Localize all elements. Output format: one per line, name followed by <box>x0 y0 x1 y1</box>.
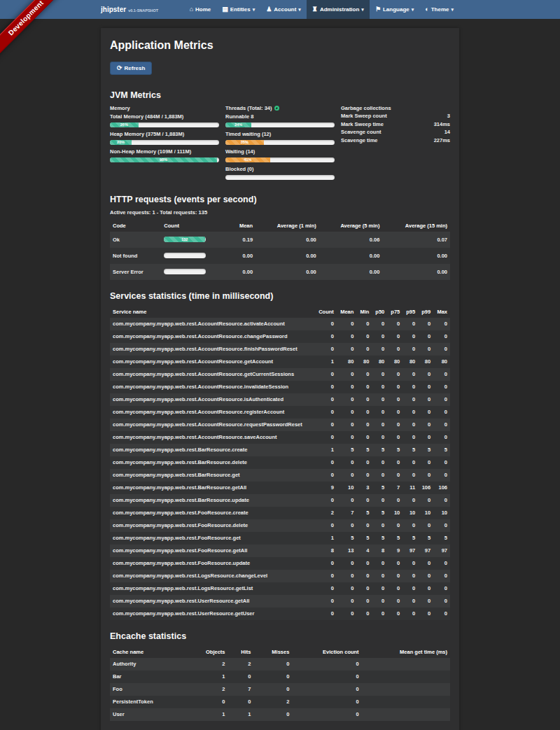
value-cell: 0 <box>337 494 357 507</box>
row-name-cell: Authority <box>110 658 186 671</box>
column-header: Mean <box>229 220 255 232</box>
cache-stat-row: Bar 1000 <box>110 671 450 683</box>
value-cell <box>362 683 450 696</box>
value-cell: 0 <box>356 406 372 419</box>
value-cell: 0 <box>433 330 450 343</box>
value-cell: 0 <box>253 683 292 696</box>
value-cell: 5 <box>387 532 402 545</box>
value-cell: 0 <box>433 343 450 356</box>
brand-link[interactable]: jhipster v0.1-SNAPSHOT <box>101 6 158 13</box>
count-progress-bar <box>164 253 206 258</box>
row-name-cell: com.mycompany.myapp.web.rest.FooResource… <box>110 532 315 545</box>
cache-stat-row: PersistentToken 0020 <box>110 696 450 708</box>
nav-item-administration[interactable]: ♜ Administration ▾ <box>307 0 370 19</box>
value-cell: 0 <box>387 406 402 419</box>
nav-menu: ⌂ Home ▤ Entities ▾ ♟ Account ▾ ♜ Admini… <box>184 0 459 19</box>
value-cell: 13 <box>337 545 357 557</box>
service-stat-row: com.mycompany.myapp.web.rest.BarResource… <box>110 444 450 456</box>
metric-label: Timed waiting (12) <box>225 131 335 139</box>
value-cell: 0 <box>253 671 292 683</box>
nav-item-language[interactable]: ⚑ Language ▾ <box>370 0 419 19</box>
eye-icon[interactable] <box>274 106 279 111</box>
row-name-cell: com.mycompany.myapp.web.rest.AccountReso… <box>110 419 315 431</box>
progress-bar: 24% <box>225 122 335 127</box>
value-cell: 0 <box>356 608 372 620</box>
nav-item-entities[interactable]: ▤ Entities ▾ <box>216 0 260 19</box>
column-header: p50 <box>372 306 387 318</box>
refresh-button[interactable]: ⟳ Refresh <box>110 62 152 75</box>
progress-fill: 98% <box>110 157 217 162</box>
value-cell: 0 <box>356 419 372 431</box>
ehcache-table: Cache nameObjectsHitsMissesEviction coun… <box>110 646 450 721</box>
value-cell: 0 <box>387 368 402 381</box>
value-cell: 1 <box>315 444 337 456</box>
nav-item-home[interactable]: ⌂ Home <box>184 0 217 19</box>
value-cell: 0 <box>292 671 361 683</box>
metric-label: Blocked (0) <box>225 166 335 174</box>
value-cell: 0 <box>337 608 357 620</box>
value-cell: 0.00 <box>255 264 319 280</box>
row-name-cell: com.mycompany.myapp.web.rest.AccountReso… <box>110 431 315 444</box>
gc-stat-value: 227ms <box>434 136 450 145</box>
value-cell: 0 <box>315 381 337 393</box>
column-header: Service name <box>110 306 315 318</box>
row-name-cell: com.mycompany.myapp.web.rest.FooResource… <box>110 519 315 532</box>
value-cell: 0 <box>433 519 450 532</box>
column-header: Cache name <box>110 646 186 658</box>
value-cell: 0 <box>315 595 337 608</box>
value-cell: 10 <box>337 482 357 494</box>
http-code-cell: Server Error <box>110 264 161 280</box>
value-cell: 7 <box>387 482 402 494</box>
value-cell: 0 <box>418 330 433 343</box>
value-cell: 5 <box>356 444 372 456</box>
progress-bar: 20% <box>110 140 219 145</box>
nav-item-theme[interactable]: ◐ Theme ▾ <box>419 0 459 19</box>
ehcache-heading: Ehcache statistics <box>110 631 450 641</box>
user-icon: ♟ <box>266 6 272 13</box>
value-cell: 0 <box>356 343 372 356</box>
row-name-cell: com.mycompany.myapp.web.rest.AccountReso… <box>110 406 315 419</box>
value-cell: 0 <box>315 393 337 406</box>
value-cell: 5 <box>356 532 372 545</box>
row-name-cell: com.mycompany.myapp.web.rest.FooResource… <box>110 507 315 519</box>
progress-percent-label: 41% <box>244 157 251 162</box>
value-cell <box>362 671 450 683</box>
column-header: Objects <box>186 646 227 658</box>
jvm-metric: Runnable 8 24% <box>225 113 335 127</box>
column-header: Average (5 min) <box>319 220 383 232</box>
value-cell: 5 <box>337 444 357 456</box>
value-cell: 0.19 <box>229 232 255 248</box>
value-cell: 0 <box>418 595 433 608</box>
metric-label: Total Memory (484M / 1,883M) <box>110 113 219 121</box>
value-cell: 80 <box>372 356 387 368</box>
value-cell: 0.00 <box>382 264 450 280</box>
value-cell: 0 <box>372 608 387 620</box>
column-header: Average (15 min) <box>382 220 450 232</box>
value-cell: 0 <box>372 393 387 406</box>
http-requests-heading: HTTP requests (events per second) <box>110 195 450 204</box>
value-cell: 5 <box>372 444 387 456</box>
nav-item-account[interactable]: ♟ Account ▾ <box>260 0 307 19</box>
row-name-cell: com.mycompany.myapp.web.rest.UserResourc… <box>110 595 315 608</box>
value-cell: 0 <box>418 318 433 330</box>
value-cell: 0 <box>402 368 418 381</box>
value-cell: 0 <box>387 456 402 469</box>
value-cell: 5 <box>337 532 357 545</box>
value-cell: 0 <box>418 494 433 507</box>
column-header: Count <box>161 220 228 232</box>
value-cell: 0 <box>372 456 387 469</box>
gc-stat-value: 314ms <box>434 120 450 129</box>
progress-bar: 26% <box>110 122 219 127</box>
http-count-cell: 132 <box>161 232 228 248</box>
value-cell: 0 <box>315 368 337 381</box>
service-stat-row: com.mycompany.myapp.web.rest.FooResource… <box>110 557 450 570</box>
column-header: Code <box>110 220 161 232</box>
value-cell: 0 <box>402 343 418 356</box>
value-cell: 0 <box>253 658 292 671</box>
entities-list-icon: ▤ <box>222 6 228 13</box>
value-cell: 0 <box>402 582 418 595</box>
value-cell: 0 <box>337 406 357 419</box>
value-cell: 0 <box>356 494 372 507</box>
refresh-icon: ⟳ <box>117 65 122 71</box>
value-cell: 0.07 <box>382 232 450 248</box>
